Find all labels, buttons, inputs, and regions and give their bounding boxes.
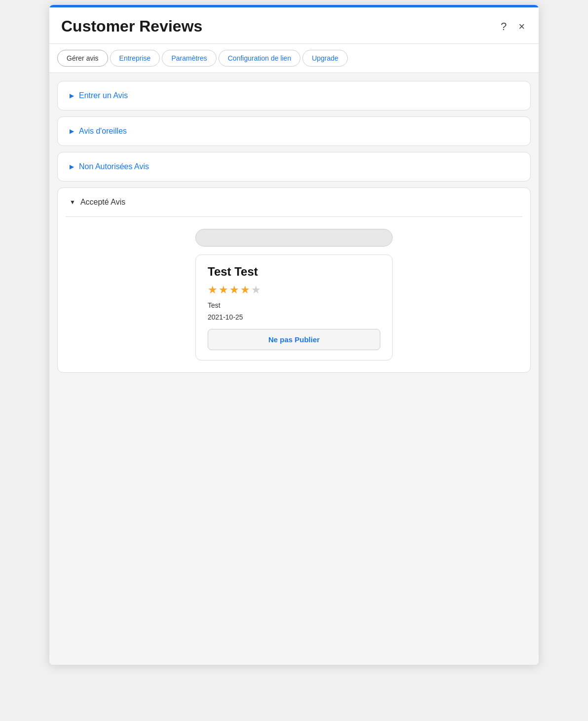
- review-title: Test Test: [208, 265, 380, 279]
- tab-upgrade[interactable]: Upgrade: [302, 50, 348, 67]
- section-entrer-avis: ▶ Entrer un Avis: [57, 81, 531, 110]
- section-non-autorisees-title: Non Autorisées Avis: [79, 162, 149, 171]
- ne-pas-publier-button[interactable]: Ne pas Publier: [208, 329, 380, 350]
- close-button[interactable]: ×: [516, 19, 527, 34]
- chevron-accepte-avis: ▼: [70, 199, 75, 206]
- tab-entreprise[interactable]: Entreprise: [110, 50, 160, 67]
- help-button[interactable]: ?: [499, 19, 509, 34]
- section-accepte-avis-body: Test Test ★ ★ ★ ★ ★ Test 2021-10-25 Ne p…: [58, 217, 530, 372]
- section-entrer-avis-header[interactable]: ▶ Entrer un Avis: [58, 81, 530, 110]
- tab-configuration[interactable]: Configuration de lien: [219, 50, 300, 67]
- review-card: Test Test ★ ★ ★ ★ ★ Test 2021-10-25 Ne p…: [195, 254, 393, 360]
- review-stars: ★ ★ ★ ★ ★: [208, 284, 380, 296]
- section-non-autorisees-header[interactable]: ▶ Non Autorisées Avis: [58, 152, 530, 181]
- section-avis-oreilles-header[interactable]: ▶ Avis d'oreilles: [58, 117, 530, 145]
- star-2: ★: [219, 284, 228, 296]
- section-accepte-avis-title: Accepté Avis: [80, 198, 125, 207]
- chevron-entrer-avis: ▶: [70, 92, 74, 99]
- page-title: Customer Reviews: [61, 17, 202, 36]
- section-accepte-avis: ▼ Accepté Avis Test Test ★ ★ ★ ★ ★ Test: [57, 187, 531, 373]
- tab-parametres[interactable]: Paramètres: [162, 50, 216, 67]
- main-window: Customer Reviews ? × Gérer avis Entrepri…: [49, 5, 539, 665]
- title-bar-icons: ? ×: [499, 19, 527, 34]
- star-4: ★: [240, 284, 250, 296]
- main-content: ▶ Entrer un Avis ▶ Avis d'oreilles ▶ Non…: [49, 73, 539, 665]
- search-bar[interactable]: [195, 229, 393, 247]
- review-date: 2021-10-25: [208, 313, 380, 321]
- title-bar: Customer Reviews ? ×: [49, 7, 539, 44]
- review-text: Test: [208, 301, 380, 309]
- section-avis-oreilles-title: Avis d'oreilles: [79, 127, 127, 136]
- chevron-avis-oreilles: ▶: [70, 128, 74, 135]
- star-1: ★: [208, 284, 218, 296]
- section-accepte-avis-header[interactable]: ▼ Accepté Avis: [58, 188, 530, 216]
- chevron-non-autorisees: ▶: [70, 163, 74, 170]
- tabs-row: Gérer avis Entreprise Paramètres Configu…: [49, 44, 539, 73]
- star-5: ★: [251, 284, 261, 296]
- section-entrer-avis-title: Entrer un Avis: [79, 91, 128, 100]
- star-3: ★: [229, 284, 239, 296]
- section-avis-oreilles: ▶ Avis d'oreilles: [57, 116, 531, 146]
- tab-gerer-avis[interactable]: Gérer avis: [57, 50, 108, 67]
- section-non-autorisees: ▶ Non Autorisées Avis: [57, 152, 531, 181]
